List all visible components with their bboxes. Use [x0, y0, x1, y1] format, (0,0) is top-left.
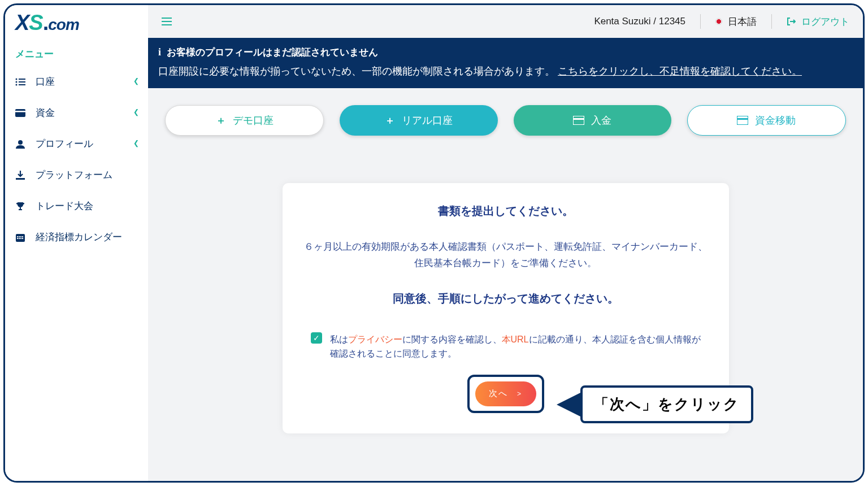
callout-text: 「次へ」をクリック: [580, 385, 753, 423]
svg-rect-10: [16, 178, 25, 180]
separator: [771, 14, 772, 29]
button-label: デモ口座: [233, 114, 274, 127]
button-label: リアル口座: [402, 114, 453, 127]
flag-japan-icon: [715, 18, 722, 25]
svg-point-4: [16, 84, 18, 85]
svg-rect-5: [19, 84, 25, 85]
consent-text: 私はプライバシーに関する内容を確認し、本URLに記載の通り、本人認証を含む個人情…: [330, 332, 701, 361]
banner-title: お客様のプロフィールはまだ認証されていません: [167, 46, 378, 59]
button-label: 入金: [591, 114, 611, 127]
topbar: Kenta Suzuki / 12345 日本語 ログアウト: [148, 5, 863, 38]
verification-banner: i お客様のプロフィールはまだ認証されていません 口座開設に必要な情報が揃ってい…: [148, 38, 863, 88]
info-icon: i: [158, 46, 161, 58]
next-button[interactable]: 次へ >: [475, 381, 536, 406]
consent-checkbox[interactable]: ✓: [311, 332, 322, 344]
consent-row: ✓ 私はプライバシーに関する内容を確認し、本URLに記載の通り、本人認証を含む個…: [303, 332, 709, 361]
demo-account-button[interactable]: ＋ デモ口座: [165, 105, 324, 136]
sidebar-item-funds[interactable]: 資金 ❯: [5, 97, 148, 128]
wallet-icon: [14, 109, 27, 117]
svg-rect-17: [19, 238, 20, 239]
svg-rect-1: [19, 79, 25, 80]
svg-rect-14: [20, 236, 21, 237]
sidebar-item-label: プロフィール: [36, 137, 93, 150]
svg-point-2: [16, 81, 18, 83]
transfer-button[interactable]: 資金移動: [687, 105, 846, 136]
svg-rect-15: [22, 236, 23, 237]
sidebar-item-profile[interactable]: プロフィール ❯: [5, 128, 148, 159]
svg-rect-8: [15, 111, 25, 112]
action-buttons-row: ＋ デモ口座 ＋ リアル口座 入金 資金移動: [148, 88, 863, 149]
user-icon: [14, 140, 27, 149]
plus-icon: ＋: [216, 114, 226, 127]
svg-rect-6: [15, 109, 25, 117]
sidebar-item-platform[interactable]: プラットフォーム: [5, 159, 148, 190]
button-label: 資金移動: [755, 114, 796, 127]
banner-link[interactable]: こちらをクリックし、不足情報を確認してください。: [558, 66, 802, 77]
url-link[interactable]: 本URL: [502, 335, 529, 344]
svg-rect-26: [737, 118, 748, 120]
card-heading: 書類を提出してください。: [303, 203, 709, 219]
banner-description: 口座開設に必要な情報が揃っていないため、一部の機能が制限される場合があります。 …: [158, 64, 853, 78]
svg-rect-16: [17, 238, 18, 239]
svg-point-9: [18, 140, 23, 145]
sidebar-item-label: 口座: [36, 75, 55, 88]
next-button-highlight: 次へ >: [467, 375, 544, 413]
trophy-icon: [14, 202, 27, 211]
sidebar-item-calendar[interactable]: 経済指標カレンダー: [5, 222, 148, 253]
sidebar: XS.com メニュー 口座 ❯ 資金 ❯: [5, 5, 148, 481]
svg-rect-25: [737, 116, 748, 125]
chevron-left-icon: ❯: [133, 78, 139, 86]
svg-rect-24: [573, 118, 584, 120]
svg-rect-18: [20, 238, 21, 239]
chevron-left-icon: ❯: [133, 140, 139, 148]
user-info: Kenta Suzuki / 12345: [594, 16, 685, 27]
svg-rect-19: [22, 238, 23, 239]
calendar-icon: [14, 233, 27, 242]
logout-button[interactable]: ログアウト: [787, 15, 849, 28]
sidebar-item-label: トレード大会: [36, 199, 93, 212]
callout-arrow-icon: [557, 392, 581, 417]
card-icon: [737, 116, 748, 125]
sidebar-item-label: プラットフォーム: [36, 168, 112, 181]
card-subheading: 同意後、手順にしたがって進めてください。: [303, 291, 709, 306]
logout-label: ログアウト: [801, 15, 849, 28]
language-selector[interactable]: 日本語: [715, 15, 757, 28]
plus-icon: ＋: [385, 114, 395, 127]
next-label: 次へ: [489, 388, 508, 399]
sidebar-item-label: 経済指標カレンダー: [36, 231, 122, 244]
chevron-left-icon: ❯: [133, 109, 139, 117]
svg-rect-23: [573, 116, 584, 125]
sidebar-item-accounts[interactable]: 口座 ❯: [5, 66, 148, 97]
menu-heading: メニュー: [5, 40, 148, 66]
svg-point-0: [16, 78, 18, 80]
privacy-link[interactable]: プライバシー: [348, 335, 402, 344]
separator: [700, 14, 701, 29]
menu-toggle-icon[interactable]: [162, 18, 172, 25]
banner-desc-text: 口座開設に必要な情報が揃っていないため、一部の機能が制限される場合があります。: [158, 66, 558, 77]
sidebar-item-competition[interactable]: トレード大会: [5, 190, 148, 222]
card-instructions: ６ヶ月以上の有効期限がある本人確認書類（パスポート、運転免許証、マイナンバーカー…: [303, 239, 709, 272]
list-icon: [14, 78, 27, 86]
main-area: Kenta Suzuki / 12345 日本語 ログアウト i お客様のプロフ…: [148, 5, 863, 481]
download-icon: [14, 171, 27, 180]
sidebar-item-label: 資金: [36, 106, 55, 119]
svg-rect-3: [19, 81, 25, 83]
language-label: 日本語: [728, 15, 757, 28]
chevron-right-icon: >: [517, 390, 522, 398]
card-icon: [573, 116, 584, 125]
svg-rect-13: [19, 236, 20, 237]
deposit-button[interactable]: 入金: [514, 105, 671, 136]
svg-rect-12: [17, 236, 18, 237]
logo: XS.com: [5, 11, 148, 40]
real-account-button[interactable]: ＋ リアル口座: [340, 105, 497, 136]
annotation-callout: 「次へ」をクリック: [557, 385, 753, 423]
